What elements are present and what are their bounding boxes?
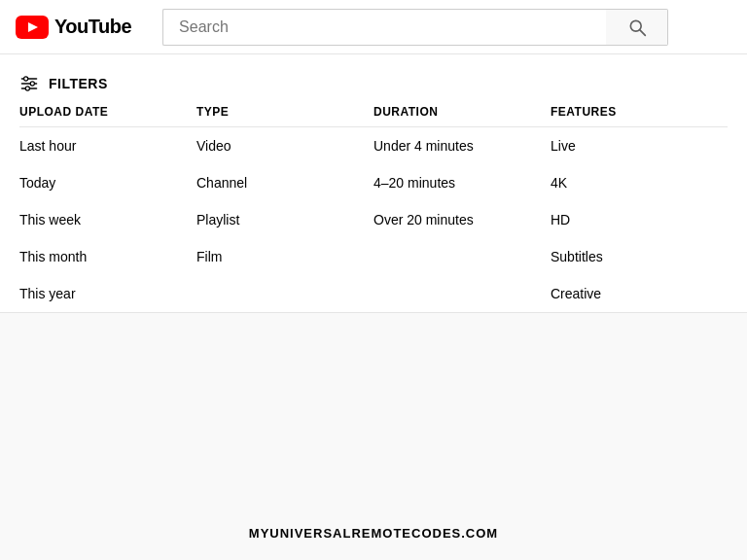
filter-column-type: TYPE Video Channel Playlist Film (196, 105, 374, 312)
filters-header: FILTERS (19, 66, 728, 105)
filter-column-upload-date: UPLOAD DATE Last hour Today This week Th… (19, 105, 196, 312)
filters-section: FILTERS UPLOAD DATE Last hour Today This… (0, 54, 747, 313)
filter-item-last-hour[interactable]: Last hour (19, 127, 196, 164)
svg-point-7 (24, 77, 28, 81)
logo-text: YouTube (54, 16, 131, 38)
search-icon (627, 18, 647, 37)
filters-icon (19, 74, 39, 93)
upload-date-header: UPLOAD DATE (19, 105, 196, 127)
search-button[interactable] (606, 9, 668, 46)
logo-container: YouTube (16, 16, 131, 39)
filters-label: FILTERS (49, 76, 108, 91)
filter-item-this-year[interactable]: This year (19, 275, 196, 312)
youtube-logo-icon (16, 16, 49, 39)
filter-item-video[interactable]: Video (196, 127, 374, 164)
search-input[interactable] (162, 9, 606, 46)
filter-column-duration: DURATION Under 4 minutes 4–20 minutes Ov… (374, 105, 551, 312)
filter-item-under-4[interactable]: Under 4 minutes (374, 127, 551, 164)
filter-item-4k[interactable]: 4K (551, 164, 728, 201)
filter-item-today[interactable]: Today (19, 164, 196, 201)
filter-sliders-icon (19, 74, 39, 93)
footer-text: MYUNIVERSALREMOTECODES.COM (249, 526, 498, 541)
filter-item-this-month[interactable]: This month (19, 238, 196, 275)
search-container (162, 9, 668, 46)
filter-item-creative[interactable]: Creative (551, 275, 728, 312)
filter-columns: UPLOAD DATE Last hour Today This week Th… (19, 105, 728, 312)
filter-item-live[interactable]: Live (551, 127, 728, 164)
filter-item-4-20[interactable]: 4–20 minutes (374, 164, 551, 201)
svg-line-3 (639, 29, 644, 34)
filter-item-over-20[interactable]: Over 20 minutes (374, 201, 551, 238)
filter-column-features: FEATURES Live 4K HD Subtitles Creative (551, 105, 728, 312)
filter-item-hd[interactable]: HD (551, 201, 728, 238)
filter-item-channel[interactable]: Channel (196, 164, 374, 201)
filter-item-film[interactable]: Film (196, 238, 374, 275)
duration-header: DURATION (374, 105, 551, 127)
svg-point-8 (30, 82, 34, 86)
svg-point-9 (25, 87, 29, 90)
filter-item-this-week[interactable]: This week (19, 201, 196, 238)
filter-item-subtitles[interactable]: Subtitles (551, 238, 728, 275)
header: YouTube (0, 0, 747, 54)
features-header: FEATURES (551, 105, 728, 127)
footer: MYUNIVERSALREMOTECODES.COM (0, 525, 747, 541)
type-header: TYPE (196, 105, 374, 127)
filter-item-playlist[interactable]: Playlist (196, 201, 374, 238)
